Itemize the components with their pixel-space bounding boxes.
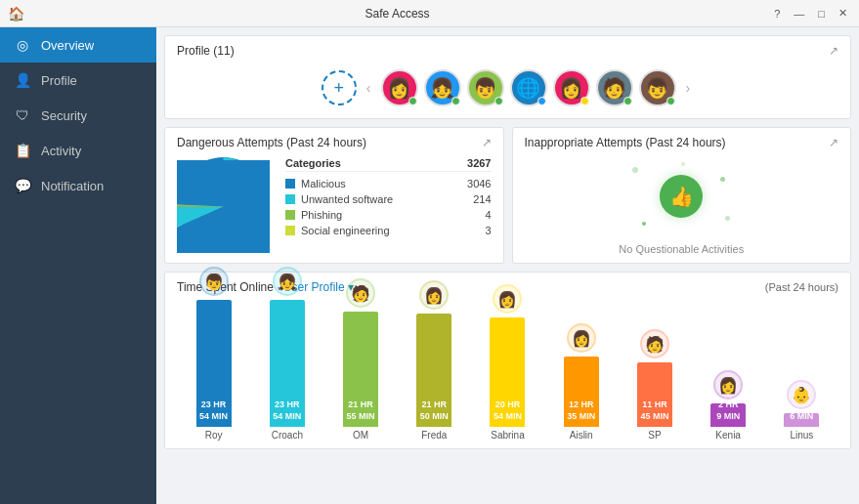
profile-header: Profile (11) ↗ [177,44,838,58]
bar-name: SP [648,430,661,441]
deco-dot [720,177,725,182]
profile-title: Profile (11) [177,44,235,58]
maximize-button[interactable]: □ [814,8,829,20]
legend-rows: Malicious 3046 Unwanted software 214 Phi… [285,176,492,238]
pie-chart [177,157,270,253]
avatar-6[interactable]: 👦 [639,69,676,106]
dangerous-title: Dangerous Attempts (Past 24 hours) [177,136,366,149]
legend-row: Unwanted software 214 [285,191,492,207]
sidebar-item-label: Profile [41,73,77,88]
avatar-prev-button[interactable]: ‹ [363,80,375,96]
bar-item-kenia: 👩 2 HR 9 MIN Kenia [692,370,765,441]
legend-header: Categories 3267 [285,157,492,172]
bar-name: OM [353,430,368,441]
legend-row: Malicious 3046 [285,176,492,191]
sidebar-item-label: Overview [41,38,94,53]
bar-item-linus: 👶 6 MIN Linus [765,380,838,441]
bar-item-sp: 🧑 11 HR 45 MIN SP [618,329,691,441]
bar-name: Linus [790,430,813,441]
sidebar-item-overview[interactable]: ◎ Overview [0,27,156,63]
titlebar: 🏠 Safe Access ? — □ ✕ [0,0,859,27]
bar-column: 12 HR 35 MIN [564,357,599,427]
profile-expand-icon[interactable]: ↗ [829,44,838,58]
bar-column: 21 HR 55 MIN [343,312,378,427]
bar-column: 6 MIN [784,413,819,427]
deco-dot [725,216,730,221]
no-questionable-area: 👍 No Questionable Activities [525,157,839,255]
avatar-1[interactable]: 👧 [424,69,461,106]
profile-section: Profile (11) ↗ + ‹ 👩 👧 👦 🌐 👩 [164,35,851,119]
bar-item-aislin: 👩 12 HR 35 MIN Aislin [544,323,618,441]
bar-column: 20 HR 54 MIN [490,317,525,427]
bar-name: Croach [272,430,303,441]
inappropriate-header: Inappropriate Attempts (Past 24 hours) ↗ [525,136,839,149]
main-content: Profile (11) ↗ + ‹ 👩 👧 👦 🌐 👩 [156,27,859,504]
minimize-button[interactable]: — [790,8,808,20]
avatar-2[interactable]: 👦 [467,69,504,106]
sidebar-item-label: Notification [41,179,104,193]
bars-container: 👦 23 HR 54 MIN Roy 👧 23 HR 54 MIN Croach… [177,304,838,441]
thumbs-up-icon: 👍 [660,175,703,218]
inappropriate-panel: Inappropriate Attempts (Past 24 hours) ↗… [512,127,852,264]
bar-chart-section: Time Spent Online · User Profile ▾ (Past… [164,272,851,449]
dangerous-panel: Dangerous Attempts (Past 24 hours) ↗ [164,127,504,264]
notification-icon: 💬 [14,178,31,193]
sidebar-item-notification[interactable]: 💬 Notification [0,168,156,203]
bar-item-sabrina: 👩 20 HR 54 MIN Sabrina [471,284,544,441]
bar-column: 23 HR 54 MIN [270,300,305,427]
sidebar-item-profile[interactable]: 👤 Profile [0,63,156,98]
window-controls: ? — □ ✕ [770,7,851,20]
close-button[interactable]: ✕ [835,7,851,20]
bar-column: 2 HR 9 MIN [710,403,746,427]
inappropriate-expand-icon[interactable]: ↗ [829,136,838,149]
bar-name: Roy [205,430,223,441]
legend-row: Social engineering 3 [285,223,492,238]
profile-avatars: + ‹ 👩 👧 👦 🌐 👩 🧑 [177,65,838,110]
bar-column: 11 HR 45 MIN [637,362,672,427]
sidebar: ◎ Overview 👤 Profile 🛡 Security 📋 Activi… [0,27,156,504]
legend-table: Categories 3267 Malicious 3046 Unwanted … [285,157,492,238]
deco-dot [681,162,685,166]
dangerous-header: Dangerous Attempts (Past 24 hours) ↗ [177,136,492,149]
security-icon: 🛡 [14,107,31,123]
app-title: Safe Access [24,7,770,21]
overview-icon: ◎ [14,37,31,53]
inappropriate-title: Inappropriate Attempts (Past 24 hours) [525,136,726,149]
help-button[interactable]: ? [770,8,784,20]
avatar-3[interactable]: 🌐 [510,69,547,106]
avatar-0[interactable]: 👩 [381,69,418,106]
bar-item-croach: 👧 23 HR 54 MIN Croach [250,267,323,441]
bar-item-freda: 👩 21 HR 50 MIN Freda [398,280,471,441]
deco-dot [632,167,638,173]
bar-period: (Past 24 hours) [765,281,838,293]
add-profile-button[interactable]: + [322,70,357,105]
avatar-5[interactable]: 🧑 [596,69,633,106]
profile-icon: 👤 [14,72,31,88]
bar-column: 21 HR 50 MIN [416,314,451,427]
bar-name: Sabrina [491,430,524,441]
no-activity-text: No Questionable Activities [619,243,744,255]
activity-icon: 📋 [14,143,31,158]
dangerous-content: Categories 3267 Malicious 3046 Unwanted … [177,157,492,253]
bar-name: Kenia [715,430,741,441]
deco-dot [642,222,646,226]
bar-name: Freda [421,430,447,441]
sidebar-item-label: Security [41,108,87,123]
bar-item-om: 🧑 21 HR 55 MIN OM [323,278,397,441]
sidebar-item-label: Activity [41,144,81,158]
sidebar-item-security[interactable]: 🛡 Security [0,98,156,133]
bar-name: Aislin [570,430,593,441]
sidebar-item-activity[interactable]: 📋 Activity [0,133,156,168]
bar-item-roy: 👦 23 HR 54 MIN Roy [177,267,250,441]
avatar-list: 👩 👧 👦 🌐 👩 🧑 👦 [381,69,676,106]
bar-column: 23 HR 54 MIN [196,300,232,427]
dangerous-expand-icon[interactable]: ↗ [482,136,492,149]
legend-row: Phishing 4 [285,207,492,223]
avatar-4[interactable]: 👩 [553,69,590,106]
avatar-next-button[interactable]: › [682,80,695,96]
panels-row: Dangerous Attempts (Past 24 hours) ↗ [164,127,851,264]
main-layout: ◎ Overview 👤 Profile 🛡 Security 📋 Activi… [0,27,859,504]
app-logo: 🏠 [8,6,24,21]
